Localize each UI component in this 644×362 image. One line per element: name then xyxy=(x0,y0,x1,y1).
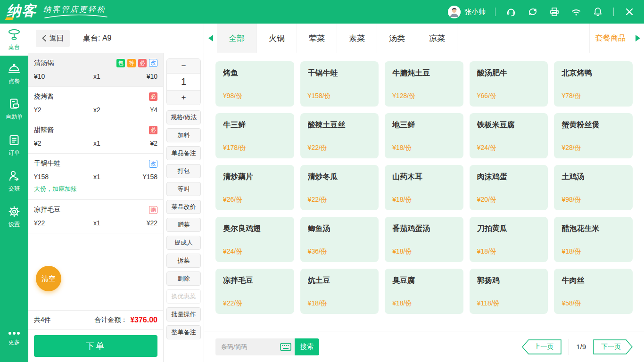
menu-item-card[interactable]: 蟹黄粉丝煲 ¥28/份 xyxy=(554,113,633,158)
back-button[interactable]: 返回 xyxy=(36,30,70,47)
menu-grid: 烤鱼 ¥98/份 干锅牛蛙 ¥158/份 牛腩炖土豆 ¥128/份 xyxy=(204,53,644,331)
quantity-decrease-button[interactable]: − xyxy=(167,59,200,73)
sidebar-item-settings[interactable]: 设置 xyxy=(0,199,28,235)
order-item[interactable]: 烧烤酱 必 ¥2 x2 ¥4 xyxy=(28,87,163,120)
quantity-increase-button[interactable]: + xyxy=(167,90,200,105)
sidebar-item-shift[interactable]: 交班 xyxy=(0,163,28,199)
sync-icon[interactable] xyxy=(527,6,539,18)
order-item-badge: 改 xyxy=(149,160,157,168)
order-item-name: 凉拌毛豆 xyxy=(34,206,60,214)
combo-products-button[interactable]: 套餐商品 xyxy=(589,24,631,53)
order-item-qty: x2 xyxy=(93,106,127,114)
menu-item-card[interactable]: 郭扬鸡 ¥118/份 xyxy=(470,269,548,314)
bell-icon[interactable] xyxy=(592,6,604,18)
menu-item-card[interactable]: 臭豆腐 ¥18/份 xyxy=(385,269,463,314)
quantity-value: 1 xyxy=(167,73,200,90)
table-label: 桌台: A9 xyxy=(83,33,111,43)
item-action-button[interactable]: 删除 xyxy=(166,272,201,286)
menu-item-card[interactable]: 凉拌毛豆 ¥22/份 xyxy=(215,269,294,314)
page-indicator: 1/9 xyxy=(576,343,586,351)
order-item-badges: 赠 xyxy=(149,206,157,214)
submit-order-button[interactable]: 下单 xyxy=(34,335,157,357)
category-tab[interactable]: 凉菜 xyxy=(417,24,457,53)
next-page-button[interactable]: 下一页 xyxy=(593,339,633,354)
item-action-button[interactable]: 菜品改价 xyxy=(166,200,201,214)
menu-item-price: ¥24/份 xyxy=(223,247,287,256)
menu-item-card[interactable]: 刀拍黄瓜 ¥18/份 xyxy=(470,217,548,262)
menu-item-card[interactable]: 清炒藕片 ¥26/份 xyxy=(215,165,294,210)
menu-item-name: 牛腩炖土豆 xyxy=(392,68,456,78)
wifi-icon[interactable] xyxy=(570,6,582,18)
item-action-button[interactable]: 拆菜 xyxy=(166,254,201,268)
menu-item-card[interactable]: 酸汤肥牛 ¥66/份 xyxy=(470,61,548,107)
menu-item-price: ¥66/份 xyxy=(477,92,541,100)
menu-item-card[interactable]: 奥尔良鸡翅 ¥24/份 xyxy=(215,217,294,262)
menu-item-price: ¥98/份 xyxy=(223,92,287,100)
order-item[interactable]: 清汤锅 包等必改 ¥10 x1 ¥10 xyxy=(28,53,163,87)
item-action-button[interactable]: 加料 xyxy=(166,128,201,142)
printer-icon[interactable] xyxy=(548,6,561,18)
menu-item-card[interactable]: 牛腩炖土豆 ¥128/份 xyxy=(385,61,463,107)
menu-item-card[interactable]: 鲫鱼汤 ¥36/份 xyxy=(300,217,379,262)
order-item-name: 干锅牛蛙 xyxy=(34,159,60,168)
category-tab[interactable]: 荤菜 xyxy=(297,24,337,53)
menu-item-price: ¥18/份 xyxy=(392,247,456,256)
item-action-button[interactable]: 赠菜 xyxy=(166,218,201,232)
menu-item-card[interactable]: 牛肉丝 ¥58/份 xyxy=(554,269,633,314)
menu-item-card[interactable]: 烤鱼 ¥98/份 xyxy=(215,61,294,107)
category-tab[interactable]: 汤类 xyxy=(377,24,417,53)
menu-item-price: ¥178/份 xyxy=(223,144,287,152)
item-action-button[interactable]: 批量操作 xyxy=(166,307,201,321)
menu-item-card[interactable]: 山药木耳 ¥18/份 xyxy=(385,165,463,210)
gear-icon xyxy=(8,205,21,218)
close-icon[interactable] xyxy=(623,6,636,18)
order-item-price: ¥10 xyxy=(34,73,93,80)
clear-order-button[interactable]: 清空 xyxy=(36,266,61,291)
order-item[interactable]: 凉拌毛豆 赠 ¥22 x1 ¥22 xyxy=(28,200,163,233)
menu-item-card[interactable]: 地三鲜 ¥18/份 xyxy=(385,113,463,158)
app-logo: 纳客 纳客管店更轻松 xyxy=(7,4,108,20)
menu-item-card[interactable]: 醋泡花生米 ¥18/份 xyxy=(554,217,633,262)
menu-item-card[interactable]: 土鸡汤 ¥98/份 xyxy=(554,165,633,210)
user-chip[interactable]: 张小帅 xyxy=(448,6,486,18)
sidebar-item-self-service[interactable]: 自助单 xyxy=(0,91,28,127)
menu-item-name: 臭豆腐 xyxy=(392,276,456,286)
keyboard-icon[interactable] xyxy=(280,342,291,352)
item-action-button[interactable]: 整单备注 xyxy=(166,325,201,339)
category-tab[interactable]: 火锅 xyxy=(257,24,297,53)
sidebar-item-order-food[interactable]: 点餐 xyxy=(0,56,28,91)
username: 张小帅 xyxy=(464,8,486,16)
menu-item-card[interactable]: 酸辣土豆丝 ¥22/份 xyxy=(300,113,379,158)
menu-item-name: 番茄鸡蛋汤 xyxy=(392,224,456,234)
menu-item-card[interactable]: 清炒冬瓜 ¥22/份 xyxy=(300,165,379,210)
menu-item-price: ¥158/份 xyxy=(308,92,372,100)
tabs-scroll-left-button[interactable] xyxy=(204,24,217,53)
menu-item-card[interactable]: 干锅牛蛙 ¥158/份 xyxy=(300,61,379,107)
customer-service-icon[interactable] xyxy=(505,6,517,18)
menu-item-card[interactable]: 肉沫鸡蛋 ¥20/份 xyxy=(470,165,548,210)
category-tab[interactable]: 全部 xyxy=(217,24,257,53)
order-item[interactable]: 干锅牛蛙 改 ¥158 x1 ¥158 大份，加麻加辣 xyxy=(28,154,163,200)
menu-item-name: 醋泡花生米 xyxy=(561,224,625,234)
menu-item-card[interactable]: 铁板米豆腐 ¥24/份 xyxy=(470,113,548,158)
menu-item-card[interactable]: 炕土豆 ¥18/份 xyxy=(300,269,379,314)
menu-item-card[interactable]: 北京烤鸭 ¥78/份 xyxy=(554,61,633,107)
tabs-scroll-right-button[interactable] xyxy=(631,24,644,53)
menu-item-card[interactable]: 番茄鸡蛋汤 ¥18/份 xyxy=(385,217,463,262)
item-action-button[interactable]: 单品备注 xyxy=(166,146,201,160)
order-item-badge: 改 xyxy=(149,59,157,67)
prev-page-button[interactable]: 上一页 xyxy=(522,339,561,354)
order-item[interactable]: 甜辣酱 必 ¥2 x1 ¥2 xyxy=(28,120,163,154)
item-action-button[interactable]: 等叫 xyxy=(166,182,201,196)
item-action-button[interactable]: 换优惠菜 xyxy=(166,289,201,304)
item-action-button[interactable]: 提成人 xyxy=(166,236,201,250)
menu-item-card[interactable]: 牛三鲜 ¥178/份 xyxy=(215,113,294,158)
sidebar-item-more[interactable]: 更多 xyxy=(0,321,28,356)
search-button[interactable]: 搜索 xyxy=(295,338,319,355)
chevron-left-icon xyxy=(42,35,46,41)
sidebar-item-tables[interactable]: 桌台 xyxy=(0,24,28,56)
category-tab[interactable]: 素菜 xyxy=(337,24,377,53)
item-action-button[interactable]: 规格/做法 xyxy=(166,110,201,124)
item-action-button[interactable]: 打包 xyxy=(166,164,201,178)
sidebar-item-orders[interactable]: 订单 xyxy=(0,127,28,163)
